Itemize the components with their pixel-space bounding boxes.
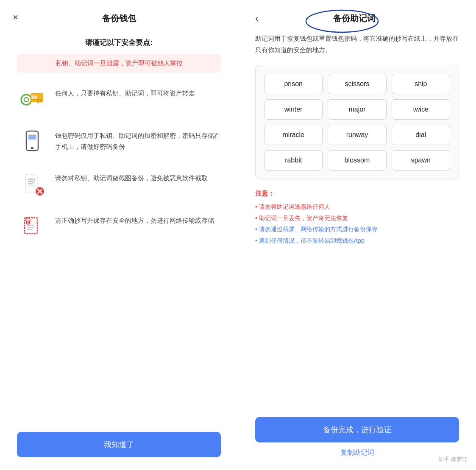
left-subtitle: 请谨记以下安全要点: (17, 38, 221, 48)
notice-item: • 请勿通过截屏、网络传输的方式进行备份保存 (255, 224, 459, 235)
phone-password-icon (17, 127, 47, 157)
copy-mnemonic-link[interactable]: 复制助记词 (255, 448, 459, 457)
security-item-3: 请勿对私钥、助记词做截图备份，避免被恶意软件截取 (17, 169, 221, 200)
mnemonic-word: twice (392, 99, 450, 120)
warning-banner: 私钥、助记词一旦泄露，资产即可被他人掌控 (17, 54, 221, 73)
confirm-button[interactable]: 我知道了 (17, 432, 221, 457)
notice-item: • 遇到任何情况，请不要轻易卸载钱包App (255, 235, 459, 246)
svg-rect-15 (28, 181, 35, 182)
svg-rect-24 (27, 227, 34, 228)
svg-rect-16 (28, 183, 33, 184)
notice-item: • 助记词一旦丢失，资产将无法恢复 (255, 213, 459, 224)
mnemonic-word: scissors (328, 74, 386, 94)
security-items-list: 任何人，只要持有私钥、助记词，即可将资产转走 钱包密码仅用于私钥、助记词的加密和… (17, 84, 221, 415)
security-text-1: 任何人，只要持有私钥、助记词，即可将资产转走 (55, 84, 195, 99)
mnemonic-word: blossom (328, 150, 386, 171)
svg-rect-14 (28, 179, 35, 180)
paper-save-icon (17, 212, 47, 242)
warning-text: 私钥、助记词一旦泄露，资产即可被他人掌控 (56, 59, 183, 67)
svg-rect-23 (27, 225, 34, 226)
svg-rect-25 (27, 229, 32, 230)
security-item-4: 请正确抄写并保存在安全的地方，勿进行网络传输或存储 (17, 212, 221, 242)
svg-point-1 (24, 98, 28, 102)
right-watermark: 知乎 @梦江 (438, 456, 468, 463)
notice-title: 注意： (255, 190, 459, 198)
mnemonic-word: major (328, 99, 386, 120)
mnemonic-word: dial (392, 125, 450, 145)
verify-button[interactable]: 备份完成，进行验证 (255, 417, 459, 442)
svg-rect-9 (28, 135, 36, 137)
mnemonic-word: runway (328, 125, 386, 145)
mnemonic-word: rabbit (264, 150, 323, 171)
right-title: 备份助记词 (262, 13, 446, 24)
left-title: 备份钱包 (17, 13, 221, 24)
mnemonic-word: prison (264, 74, 323, 94)
svg-point-11 (31, 147, 33, 149)
mnemonic-word: ship (392, 74, 450, 94)
right-header: ‹ 备份助记词 (255, 13, 459, 24)
mnemonic-word: miracle (264, 125, 323, 145)
svg-rect-6 (31, 95, 37, 99)
close-button[interactable]: × (13, 12, 18, 23)
left-panel: × 备份钱包 请谨记以下安全要点: 私钥、助记词一旦泄露，资产即可被他人掌控 (0, 0, 238, 470)
notice-item: • 请勿将助记词透露给任何人 (255, 201, 459, 213)
security-item-1: 任何人，只要持有私钥、助记词，即可将资产转走 (17, 84, 221, 115)
security-item-2: 钱包密码仅用于私钥、助记词的加密和解密，密码只存储在手机上，请做好密码备份 (17, 127, 221, 157)
no-screenshot-icon (17, 169, 47, 200)
right-panel: ‹ 备份助记词 助记词用于恢复钱包或重置钱包密码，将它准确的抄写在纸上，并存放在… (238, 0, 476, 470)
mnemonic-grid: prisonscissorsshipwintermajortwicemiracl… (255, 65, 459, 179)
mnemonic-word: winter (264, 99, 323, 120)
security-text-4: 请正确抄写并保存在安全的地方，勿进行网络传输或存储 (55, 212, 214, 226)
svg-rect-10 (28, 137, 36, 139)
security-text-2: 钱包密码仅用于私钥、助记词的加密和解密，密码只存储在手机上，请做好密码备份 (55, 127, 221, 152)
svg-point-0 (21, 95, 31, 105)
key-wallet-icon (17, 84, 47, 115)
security-text-3: 请勿对私钥、助记词做截图备份，避免被恶意软件截取 (55, 169, 208, 184)
back-button[interactable]: ‹ (255, 13, 258, 24)
notice-section: 注意： • 请勿将助记词透露给任何人• 助记词一旦丢失，资产将无法恢复• 请勿通… (255, 190, 459, 246)
right-description: 助记词用于恢复钱包或重置钱包密码，将它准确的抄写在纸上，并存放在只有你知道的安全… (255, 33, 459, 56)
mnemonic-word: spawn (392, 150, 450, 171)
